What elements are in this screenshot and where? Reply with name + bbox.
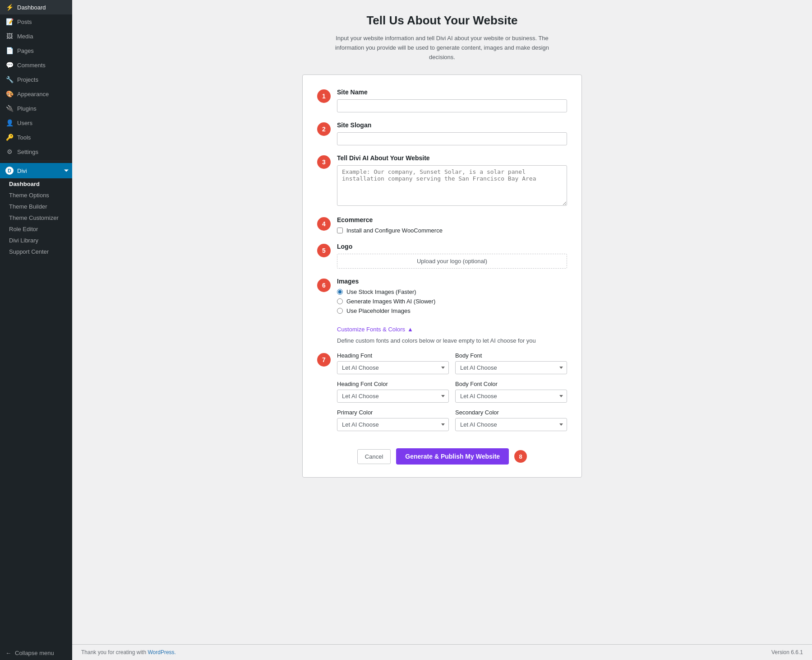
secondary-color-field: Secondary Color Let AI Choose (455, 409, 567, 431)
sidebar-item-role-editor[interactable]: Role Editor (0, 223, 72, 235)
sidebar-separator (0, 161, 72, 161)
step-2-badge: 2 (317, 122, 331, 136)
footer-text: Thank you for creating with WordPress. (81, 649, 176, 655)
step-5-content: Logo Upload your logo (optional) (337, 243, 567, 269)
page-subtitle: Input your website information and tell … (334, 34, 550, 62)
sidebar: ⚡ Dashboard 📝 Posts 🖼 Media 📄 Pages 💬 Co… (0, 0, 72, 660)
secondary-color-select[interactable]: Let AI Choose (455, 418, 567, 431)
body-font-color-field: Body Font Color Let AI Choose (455, 381, 567, 403)
image-radio-ai[interactable] (337, 298, 343, 304)
generate-publish-button[interactable]: Generate & Publish My Website (396, 448, 509, 465)
divi-badge: D (5, 167, 14, 175)
content-area: Tell Us About Your Website Input your we… (72, 0, 812, 644)
step-3-label: Tell Divi AI About Your Website (337, 154, 567, 162)
step-6-label: Images (337, 278, 567, 285)
body-font-color-select[interactable]: Let AI Choose (455, 390, 567, 403)
woocommerce-checkbox[interactable] (337, 228, 343, 233)
step-6-badge: 6 (317, 279, 331, 292)
site-name-input[interactable] (337, 99, 567, 112)
primary-color-field: Primary Color Let AI Choose (337, 409, 449, 431)
projects-icon: 🔧 (5, 76, 14, 83)
collapse-icon: ← (5, 650, 11, 656)
pages-icon: 📄 (5, 47, 14, 54)
step-5-row: 5 Logo Upload your logo (optional) (317, 243, 567, 269)
woocommerce-checkbox-label[interactable]: Install and Configure WooCommerce (337, 227, 567, 234)
sidebar-item-divi-dashboard[interactable]: Dashboard (0, 178, 72, 190)
image-option-stock[interactable]: Use Stock Images (Faster) (337, 288, 567, 295)
sidebar-item-posts[interactable]: 📝 Posts (0, 14, 72, 29)
step-4-label: Ecommerce (337, 216, 567, 223)
font-grid-row3: Primary Color Let AI Choose Secondary Co… (337, 409, 567, 431)
step-1-content: Site Name (337, 88, 567, 112)
step-8-badge: 8 (514, 450, 527, 463)
chevron-up-icon: ▲ (407, 326, 413, 333)
settings-icon: ⚙ (5, 148, 14, 155)
step-4-row: 4 Ecommerce Install and Configure WooCom… (317, 216, 567, 234)
sidebar-item-theme-options[interactable]: Theme Options (0, 190, 72, 201)
primary-color-label: Primary Color (337, 409, 449, 416)
customize-fonts-link[interactable]: Customize Fonts & Colors ▲ (337, 326, 567, 333)
image-option-placeholder[interactable]: Use Placeholder Images (337, 307, 567, 314)
sidebar-divi-header[interactable]: D Divi (0, 163, 72, 178)
form-footer-row: Cancel Generate & Publish My Website 8 (317, 448, 567, 465)
heading-font-color-field: Heading Font Color Let AI Choose (337, 381, 449, 403)
sidebar-item-appearance[interactable]: 🎨 Appearance (0, 87, 72, 101)
step-7-row: 7 Heading Font Let AI Choose Body Font (317, 352, 567, 437)
step-7-content: Heading Font Let AI Choose Body Font Let… (337, 352, 567, 437)
divi-arrow-icon (64, 170, 69, 172)
step-2-row: 2 Site Slogan (317, 121, 567, 145)
sidebar-item-theme-builder[interactable]: Theme Builder (0, 201, 72, 212)
image-radio-stock[interactable] (337, 289, 343, 295)
step-2-label: Site Slogan (337, 121, 567, 129)
heading-font-field: Heading Font Let AI Choose (337, 352, 449, 374)
sidebar-item-divi-library[interactable]: Divi Library (0, 235, 72, 246)
step-1-row: 1 Site Name (317, 88, 567, 112)
heading-font-select[interactable]: Let AI Choose (337, 361, 449, 374)
sidebar-item-pages[interactable]: 📄 Pages (0, 43, 72, 58)
font-grid-row1: Heading Font Let AI Choose Body Font Let… (337, 352, 567, 374)
sidebar-item-settings[interactable]: ⚙ Settings (0, 144, 72, 159)
posts-icon: 📝 (5, 18, 14, 25)
heading-font-label: Heading Font (337, 352, 449, 359)
step-3-row: 3 Tell Divi AI About Your Website (317, 154, 567, 207)
body-font-field: Body Font Let AI Choose (455, 352, 567, 374)
plugins-icon: 🔌 (5, 105, 14, 112)
step-2-content: Site Slogan (337, 121, 567, 145)
site-slogan-input[interactable] (337, 132, 567, 145)
website-description-textarea[interactable] (337, 165, 567, 206)
version-text: Version 6.6.1 (771, 649, 803, 655)
sidebar-item-tools[interactable]: 🔑 Tools (0, 130, 72, 144)
image-radio-placeholder[interactable] (337, 308, 343, 314)
appearance-icon: 🎨 (5, 90, 14, 98)
sidebar-item-dashboard[interactable]: ⚡ Dashboard (0, 0, 72, 14)
body-font-color-label: Body Font Color (455, 381, 567, 387)
sidebar-item-support-center[interactable]: Support Center (0, 246, 72, 257)
step-6-content: Images Use Stock Images (Faster) Generat… (337, 278, 567, 317)
upload-logo-button[interactable]: Upload your logo (optional) (337, 254, 567, 269)
step-5-badge: 5 (317, 244, 331, 257)
step-4-badge: 4 (317, 217, 331, 231)
step-1-label: Site Name (337, 88, 567, 96)
page-title: Tell Us About Your Website (366, 14, 517, 28)
body-font-select[interactable]: Let AI Choose (455, 361, 567, 374)
cancel-button[interactable]: Cancel (357, 449, 391, 464)
sidebar-item-comments[interactable]: 💬 Comments (0, 58, 72, 72)
main-area: Tell Us About Your Website Input your we… (72, 0, 812, 660)
primary-color-select[interactable]: Let AI Choose (337, 418, 449, 431)
image-option-ai[interactable]: Generate Images With AI (Slower) (337, 298, 567, 305)
heading-font-color-label: Heading Font Color (337, 381, 449, 387)
sidebar-item-theme-customizer[interactable]: Theme Customizer (0, 212, 72, 223)
divi-submenu: Dashboard Theme Options Theme Builder Th… (0, 178, 72, 257)
wordpress-link[interactable]: WordPress. (148, 649, 175, 655)
step-5-label: Logo (337, 243, 567, 250)
sidebar-item-projects[interactable]: 🔧 Projects (0, 72, 72, 87)
font-grid-row2: Heading Font Color Let AI Choose Body Fo… (337, 381, 567, 403)
step-3-badge: 3 (317, 155, 331, 169)
secondary-color-label: Secondary Color (455, 409, 567, 416)
sidebar-item-users[interactable]: 👤 Users (0, 116, 72, 130)
step-4-content: Ecommerce Install and Configure WooComme… (337, 216, 567, 234)
heading-font-color-select[interactable]: Let AI Choose (337, 390, 449, 403)
sidebar-item-media[interactable]: 🖼 Media (0, 29, 72, 43)
sidebar-item-plugins[interactable]: 🔌 Plugins (0, 101, 72, 116)
collapse-menu-button[interactable]: ← Collapse menu (0, 646, 72, 660)
